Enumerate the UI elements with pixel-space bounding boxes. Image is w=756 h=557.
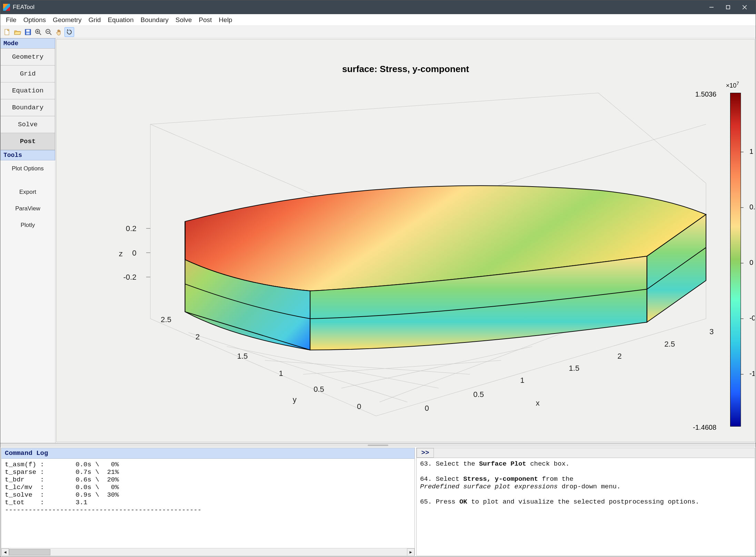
mode-header: Mode [0, 38, 55, 49]
svg-text:0: 0 [425, 404, 429, 412]
tools-header: Tools [0, 150, 55, 160]
toolbar [0, 26, 756, 38]
pan-button[interactable] [54, 27, 64, 37]
svg-text:2.5: 2.5 [161, 315, 171, 324]
title-bar: FEATool [0, 0, 756, 14]
minimize-button[interactable] [703, 0, 720, 14]
prompt-button[interactable]: >> [417, 448, 434, 458]
z-label: z [119, 249, 123, 258]
plot-title: surface: Stress, y-component [342, 64, 469, 74]
zoom-in-icon [35, 29, 42, 36]
svg-rect-45 [730, 93, 741, 427]
sidebar: Mode Geometry Grid Equation Boundary Sol… [0, 38, 56, 443]
svg-text:-1.4608: -1.4608 [693, 424, 716, 431]
svg-text:-0.2: -0.2 [123, 273, 136, 281]
mode-geometry[interactable]: Geometry [0, 48, 55, 66]
svg-line-19 [265, 360, 470, 374]
x-label: x [536, 399, 540, 407]
tool-paraview[interactable]: ParaView [0, 200, 55, 217]
svg-line-21 [341, 347, 533, 388]
reset-view-button[interactable] [64, 27, 74, 37]
menu-bar: File Options Geometry Grid Equation Boun… [0, 14, 756, 26]
svg-text:×107: ×107 [726, 81, 739, 89]
main-area: Mode Geometry Grid Equation Boundary Sol… [0, 38, 756, 443]
instructions-header: >> [417, 448, 755, 458]
tool-export[interactable]: Export [0, 184, 55, 200]
mode-post[interactable]: Post [0, 133, 55, 150]
svg-text:2.5: 2.5 [664, 340, 675, 348]
svg-text:0.5: 0.5 [473, 390, 484, 399]
save-button[interactable] [23, 27, 33, 37]
svg-text:3: 3 [709, 327, 714, 336]
new-file-icon [4, 29, 10, 36]
svg-text:0: 0 [749, 259, 753, 266]
menu-post[interactable]: Post [195, 15, 215, 25]
menu-grid[interactable]: Grid [85, 15, 105, 25]
menu-solve[interactable]: Solve [172, 15, 196, 25]
open-folder-icon [14, 29, 21, 35]
close-button[interactable] [736, 0, 753, 14]
scroll-right-icon[interactable]: ► [407, 548, 415, 556]
svg-text:0: 0 [132, 249, 136, 257]
footer: Command Log t_asm(f) : 0.0s \ 0% t_spars… [0, 443, 756, 557]
mode-equation[interactable]: Equation [0, 82, 55, 99]
zoom-in-button[interactable] [33, 27, 43, 37]
svg-rect-1 [726, 6, 730, 9]
tool-plot-options[interactable]: Plot Options [0, 160, 55, 177]
svg-text:1: 1 [520, 376, 524, 385]
app-icon [3, 4, 10, 11]
command-log-body[interactable]: t_asm(f) : 0.0s \ 0% t_sparse : 0.7s \ 2… [1, 459, 415, 548]
command-log-header: Command Log [1, 448, 415, 459]
svg-marker-16 [67, 29, 69, 31]
svg-text:1: 1 [279, 369, 283, 378]
svg-line-18 [227, 347, 438, 388]
log-scrollbar[interactable]: ◄ ► [1, 548, 415, 556]
z-ticks: 0.2 0 -0.2 z [119, 224, 150, 281]
menu-geometry[interactable]: Geometry [49, 15, 85, 25]
svg-text:2: 2 [196, 332, 200, 341]
splitter[interactable] [0, 444, 756, 447]
scroll-left-icon[interactable]: ◄ [1, 548, 9, 556]
instructions-body[interactable]: 63. Select the Surface Plot check box. 6… [417, 458, 755, 556]
svg-text:0.5: 0.5 [749, 203, 755, 211]
zoom-out-icon [45, 29, 52, 36]
reset-view-icon [66, 29, 73, 36]
svg-text:1.5: 1.5 [569, 364, 579, 372]
svg-rect-7 [26, 30, 30, 32]
maximize-button[interactable] [720, 0, 736, 14]
mode-grid[interactable]: Grid [0, 65, 55, 82]
mode-boundary[interactable]: Boundary [0, 99, 55, 116]
open-file-button[interactable] [13, 27, 22, 37]
svg-text:1.5: 1.5 [237, 352, 248, 360]
solid-body [185, 186, 706, 350]
menu-file[interactable]: File [2, 15, 20, 25]
svg-text:0.5: 0.5 [314, 385, 324, 394]
plot-area[interactable]: surface: Stress, y-component [56, 39, 755, 442]
svg-text:1: 1 [749, 148, 753, 155]
svg-rect-8 [26, 32, 30, 34]
command-log-panel: Command Log t_asm(f) : 0.0s \ 0% t_spars… [1, 448, 415, 556]
y-label: y [293, 395, 297, 404]
svg-text:2: 2 [617, 352, 621, 360]
menu-boundary[interactable]: Boundary [137, 15, 172, 25]
svg-text:-1: -1 [749, 370, 755, 377]
svg-line-14 [50, 33, 51, 35]
zoom-out-button[interactable] [44, 27, 53, 37]
tool-plotly[interactable]: Plotly [0, 217, 55, 233]
svg-text:0: 0 [357, 402, 361, 411]
menu-equation[interactable]: Equation [104, 15, 137, 25]
hand-icon [56, 29, 62, 36]
new-file-button[interactable] [2, 27, 12, 37]
svg-text:-0.5: -0.5 [749, 314, 755, 322]
plot-svg: surface: Stress, y-component [57, 39, 755, 442]
svg-text:1.5036: 1.5036 [695, 90, 717, 98]
save-icon [25, 29, 31, 35]
svg-text:0.2: 0.2 [126, 224, 137, 233]
instructions-panel: >> 63. Select the Surface Plot check box… [416, 448, 755, 556]
svg-line-10 [39, 33, 41, 35]
menu-help[interactable]: Help [215, 15, 236, 25]
app-window: FEATool File Options Geometry Grid Equat… [0, 0, 756, 557]
mode-solve[interactable]: Solve [0, 116, 55, 133]
menu-options[interactable]: Options [20, 15, 49, 25]
app-title: FEATool [13, 4, 34, 11]
